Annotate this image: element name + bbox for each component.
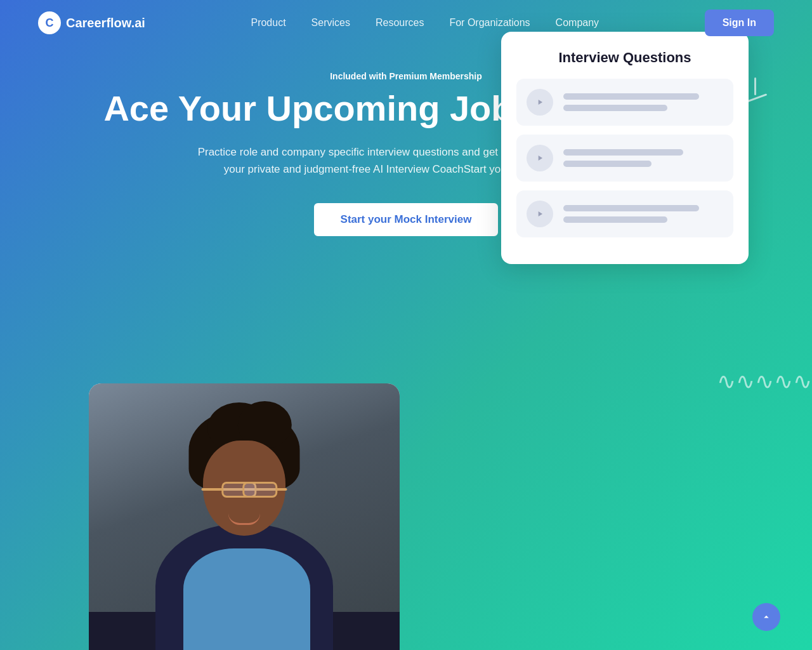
nav-links: Product Services Resources For Organizat…	[251, 17, 599, 29]
wavy-decoration: ∿∿∿∿∿	[717, 368, 812, 395]
logo-icon: C	[38, 11, 61, 34]
cta-button[interactable]: Start your Mock Interview	[314, 203, 499, 236]
question-line	[563, 149, 683, 156]
nav-for-organizations[interactable]: For Organizations	[449, 17, 530, 29]
questions-card-title: Interview Questions	[516, 50, 733, 66]
nav-product[interactable]: Product	[251, 17, 285, 29]
question-item-2[interactable]	[516, 135, 733, 182]
play-button-2[interactable]	[527, 145, 553, 171]
question-item-1[interactable]	[516, 79, 733, 126]
question-line	[563, 93, 699, 100]
interview-questions-card: Interview Questions	[501, 32, 749, 264]
brand-name: Careerflow.ai	[66, 16, 145, 30]
logo[interactable]: C Careerflow.ai	[38, 11, 145, 34]
question-lines-1	[563, 93, 723, 111]
question-line	[563, 105, 667, 111]
question-line	[563, 216, 667, 223]
play-button-3[interactable]	[527, 201, 553, 227]
question-item-3[interactable]	[516, 190, 733, 237]
question-line	[563, 205, 699, 211]
person-photo	[89, 383, 400, 650]
question-line	[563, 161, 652, 167]
play-button-1[interactable]	[527, 89, 553, 116]
scroll-up-button[interactable]	[752, 603, 780, 631]
video-call-card	[89, 383, 400, 650]
navbar: C Careerflow.ai Product Services Resourc…	[0, 0, 812, 46]
question-lines-3	[563, 205, 723, 223]
question-lines-2	[563, 149, 723, 167]
nav-company[interactable]: Company	[556, 17, 599, 29]
nav-resources[interactable]: Resources	[376, 17, 424, 29]
nav-services[interactable]: Services	[311, 17, 350, 29]
signin-button[interactable]: Sign In	[705, 10, 774, 36]
